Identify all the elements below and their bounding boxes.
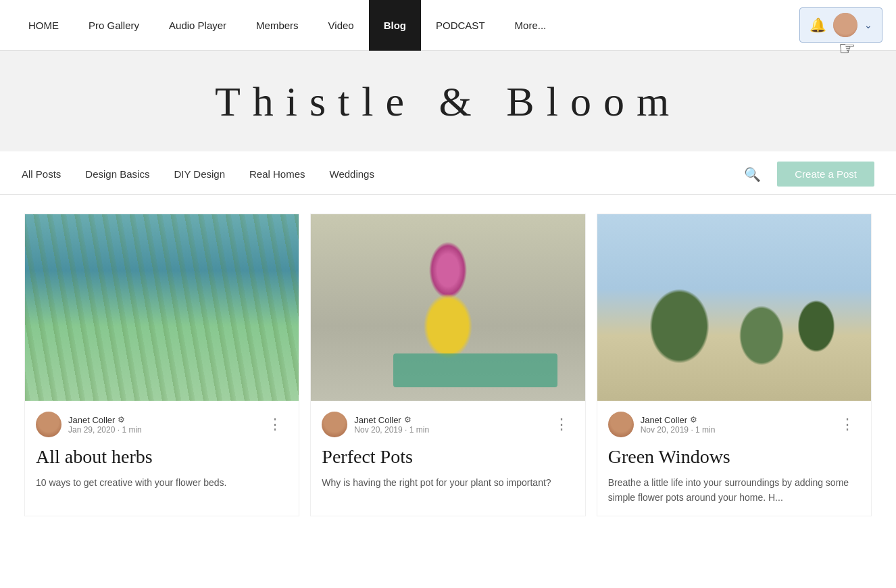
post-image-2 <box>597 214 871 401</box>
post-meta-1: Janet Coller ⚙ Nov 20, 2019 · 1 min ⋮ <box>311 401 584 443</box>
nav-link-video[interactable]: Video <box>314 0 369 51</box>
meta-info-2: Janet Coller ⚙ Nov 20, 2019 · 1 min <box>641 415 716 435</box>
post-title-1: Perfect Pots <box>311 443 584 475</box>
nav-link-podcast[interactable]: PODCAST <box>421 0 500 51</box>
post-image-0 <box>25 214 299 401</box>
author-name-2: Janet Coller ⚙ <box>641 415 716 425</box>
author-avatar-2 <box>608 412 634 437</box>
post-title-0: All about herbs <box>25 443 299 475</box>
admin-badge-1: ⚙ <box>404 415 412 424</box>
meta-left-1: Janet Coller ⚙ Nov 20, 2019 · 1 min <box>322 412 429 437</box>
more-options-button-2[interactable]: ⋮ <box>835 414 860 435</box>
search-icon[interactable]: 🔍 <box>744 166 761 192</box>
filter-bar: All PostsDesign BasicsDIY DesignReal Hom… <box>0 151 896 195</box>
meta-info-0: Janet Coller ⚙ Jan 29, 2020 · 1 min <box>68 415 142 435</box>
nav-link-audio-player[interactable]: Audio Player <box>154 0 241 51</box>
author-avatar-0 <box>36 412 61 437</box>
avatar-face <box>833 13 857 37</box>
filter-link-real-homes[interactable]: Real Homes <box>249 168 305 189</box>
filter-link-diy-design[interactable]: DIY Design <box>174 168 225 189</box>
author-avatar-1 <box>322 412 347 437</box>
more-options-button-0[interactable]: ⋮ <box>262 414 288 435</box>
post-meta-0: Janet Coller ⚙ Jan 29, 2020 · 1 min ⋮ <box>25 401 299 443</box>
chevron-down-icon[interactable]: ⌄ <box>864 20 872 31</box>
nav-link-members[interactable]: Members <box>241 0 314 51</box>
bell-icon[interactable]: 🔔 <box>810 17 826 33</box>
post-image-1 <box>311 214 584 401</box>
post-date-1: Nov 20, 2019 · 1 min <box>354 425 429 435</box>
author-name-0: Janet Coller ⚙ <box>68 415 142 425</box>
meta-left-0: Janet Coller ⚙ Jan 29, 2020 · 1 min <box>36 412 142 437</box>
filter-link-weddings[interactable]: Weddings <box>330 168 374 189</box>
nav-link-pro-gallery[interactable]: Pro Gallery <box>74 0 154 51</box>
blog-card: Janet Coller ⚙ Jan 29, 2020 · 1 min ⋮ Al… <box>24 214 299 516</box>
post-excerpt-2: Breathe a little life into your surround… <box>597 475 871 516</box>
avatar <box>833 13 857 37</box>
filter-link-all-posts[interactable]: All Posts <box>22 168 61 189</box>
nav-links: HOMEPro GalleryAudio PlayerMembersVideoB… <box>14 0 799 51</box>
meta-info-1: Janet Coller ⚙ Nov 20, 2019 · 1 min <box>354 415 429 435</box>
user-menu[interactable]: 🔔 ⌄ <box>799 7 882 43</box>
nav-link-blog[interactable]: Blog <box>369 0 421 51</box>
nav-link-home[interactable]: HOME <box>14 0 74 51</box>
blog-grid: Janet Coller ⚙ Jan 29, 2020 · 1 min ⋮ Al… <box>0 195 896 533</box>
admin-badge-0: ⚙ <box>118 415 125 424</box>
post-excerpt-0: 10 ways to get creative with your flower… <box>25 475 299 501</box>
more-options-button-1[interactable]: ⋮ <box>549 414 574 435</box>
blog-card: Janet Coller ⚙ Nov 20, 2019 · 1 min ⋮ Gr… <box>597 214 872 516</box>
hero-section: Thistle & Bloom <box>0 51 896 151</box>
author-name-1: Janet Coller ⚙ <box>354 415 429 425</box>
nav-link-more...[interactable]: More... <box>500 0 562 51</box>
meta-left-2: Janet Coller ⚙ Nov 20, 2019 · 1 min <box>608 412 716 437</box>
post-meta-2: Janet Coller ⚙ Nov 20, 2019 · 1 min ⋮ <box>597 401 871 443</box>
post-date-0: Jan 29, 2020 · 1 min <box>68 425 142 435</box>
post-date-2: Nov 20, 2019 · 1 min <box>641 425 716 435</box>
create-post-button[interactable]: Create a Post <box>777 162 874 187</box>
post-excerpt-1: Why is having the right pot for your pla… <box>311 475 584 501</box>
site-title: Thistle & Bloom <box>14 78 882 126</box>
admin-badge-2: ⚙ <box>690 415 697 424</box>
blog-card: Janet Coller ⚙ Nov 20, 2019 · 1 min ⋮ Pe… <box>310 214 585 516</box>
filter-link-design-basics[interactable]: Design Basics <box>85 168 149 189</box>
navigation: HOMEPro GalleryAudio PlayerMembersVideoB… <box>0 0 896 51</box>
post-title-2: Green Windows <box>597 443 871 475</box>
